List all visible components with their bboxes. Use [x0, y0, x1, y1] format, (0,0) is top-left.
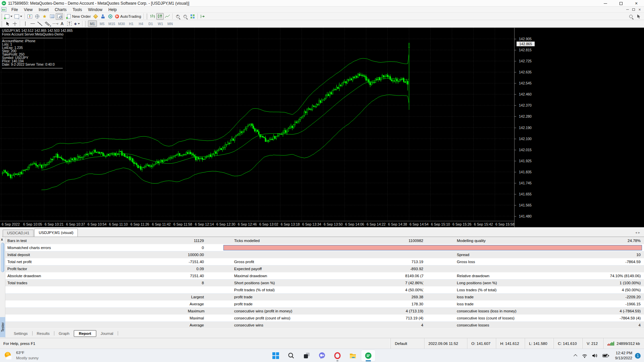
- timeframe-m5[interactable]: M5: [98, 20, 107, 27]
- chart-tab-usdjpy-m1-visual[interactable]: USDJPY,M1 (visual): [34, 229, 77, 237]
- timeframe-h4[interactable]: H4: [137, 20, 146, 27]
- zoom-out-button[interactable]: −: [181, 13, 189, 20]
- channel-button[interactable]: E: [44, 20, 51, 27]
- profiles-button[interactable]: [13, 13, 23, 20]
- price-label: 141.745: [519, 181, 532, 185]
- tester-tab-graph[interactable]: Graph: [54, 330, 74, 337]
- tester-tab-settings[interactable]: Settings: [9, 330, 32, 337]
- report-value: 1 (100.00%): [604, 281, 641, 285]
- zoom-in-button[interactable]: +: [174, 13, 181, 20]
- candlestick-chart[interactable]: 6 Sep 20226 Sep 10:056 Sep 10:216 Sep 10…: [0, 28, 514, 228]
- bar-chart-button[interactable]: [149, 13, 156, 20]
- tab-scroll-arrows[interactable]: ◂▸: [635, 231, 641, 234]
- terminal-icon: [50, 14, 54, 18]
- chart-tab-usdcad-h1[interactable]: USDCAD,H1: [3, 230, 34, 237]
- menu-window[interactable]: Window: [85, 7, 106, 12]
- notification-badge[interactable]: 1: [635, 353, 641, 359]
- autotrading-button[interactable]: AutoTrading: [114, 13, 142, 20]
- strategy-tester-button[interactable]: [56, 13, 63, 20]
- new-order-button[interactable]: New Order: [66, 13, 92, 20]
- timeframe-h1[interactable]: H1: [127, 20, 136, 27]
- menu-insert[interactable]: Insert: [36, 7, 52, 12]
- child-minimize-button[interactable]: [625, 7, 631, 12]
- text-button[interactable]: A: [58, 20, 66, 27]
- arrows-button[interactable]: ◆: [73, 20, 81, 27]
- minimize-button[interactable]: [598, 0, 613, 7]
- toolbar-grip[interactable]: [146, 14, 148, 19]
- timeframe-m30[interactable]: M30: [117, 20, 126, 27]
- timeframe-w1[interactable]: W1: [156, 20, 165, 27]
- child-close-button[interactable]: ×: [637, 7, 643, 12]
- taskbar-clock[interactable]: 12:42 PM 9/13/2022: [615, 351, 632, 361]
- line-chart-button[interactable]: [164, 13, 171, 20]
- crosshair-button[interactable]: [11, 20, 18, 27]
- taskbar-explorer-button[interactable]: [345, 350, 360, 362]
- data-window-button[interactable]: [34, 13, 41, 20]
- tile-windows-button[interactable]: [189, 13, 196, 20]
- taskbar-task-view-button[interactable]: [299, 350, 314, 362]
- timeframe-mn[interactable]: MN: [166, 20, 175, 27]
- news-button[interactable]: [107, 13, 114, 20]
- tester-tab-report[interactable]: Report: [74, 330, 96, 337]
- menu-help[interactable]: Help: [105, 7, 120, 12]
- taskbar-search-button[interactable]: [284, 350, 299, 362]
- toolbar-grip[interactable]: [1, 21, 2, 26]
- search-button[interactable]: [627, 13, 635, 20]
- menu-charts[interactable]: Charts: [52, 7, 69, 12]
- toolbar-grip[interactable]: [85, 21, 86, 26]
- timeframe-m1[interactable]: M1: [88, 20, 97, 27]
- tray-wifi-button[interactable]: [582, 354, 587, 358]
- horizontal-line-button[interactable]: [29, 20, 36, 27]
- status-profile[interactable]: Default: [390, 338, 424, 349]
- trendline-button[interactable]: [36, 20, 44, 27]
- menu-view[interactable]: View: [21, 7, 36, 12]
- expert-advisors-button[interactable]: [99, 13, 107, 20]
- restore-icon: [632, 8, 635, 11]
- navigator-button[interactable]: ★: [41, 13, 48, 20]
- standard-toolbar: ▲▼ ★ New Order AutoTrading + −: [0, 13, 644, 20]
- menu-file[interactable]: File: [8, 7, 21, 12]
- tester-tab-journal[interactable]: Journal: [96, 330, 118, 337]
- tray-chevron-button[interactable]: [575, 354, 577, 357]
- maximize-button[interactable]: [613, 0, 629, 7]
- tester-drag-handle[interactable]: [1, 243, 4, 272]
- price-axis[interactable]: 142.905142.815142.725142.635142.545142.4…: [514, 28, 644, 228]
- trendline-icon: [38, 22, 42, 26]
- tray-volume-button[interactable]: [592, 353, 598, 358]
- tester-tab-results[interactable]: Results: [33, 330, 54, 337]
- price-tick: [515, 105, 516, 106]
- chart-system-menu-icon[interactable]: [1, 7, 6, 12]
- taskbar-opera-button[interactable]: [330, 350, 345, 362]
- menu-tools[interactable]: Tools: [70, 7, 85, 12]
- market-watch-button[interactable]: ▲▼: [26, 13, 34, 20]
- toolbar-options-button[interactable]: [635, 13, 642, 20]
- fibonacci-button[interactable]: F: [51, 20, 58, 27]
- close-button[interactable]: ×: [629, 0, 644, 7]
- taskbar-metatrader-button[interactable]: [361, 350, 376, 362]
- vertical-line-button[interactable]: [21, 20, 29, 27]
- menu-bar: FileViewInsertChartsToolsWindowHelp ×: [0, 7, 644, 13]
- chart-shift-button[interactable]: [199, 13, 207, 20]
- new-chart-button[interactable]: [4, 13, 13, 20]
- price-tick: [515, 128, 516, 128]
- chart-area[interactable]: 6 Sep 20226 Sep 10:056 Sep 10:216 Sep 10…: [0, 27, 644, 227]
- timeframe-d1[interactable]: D1: [146, 20, 155, 27]
- cursor-button[interactable]: [4, 20, 11, 27]
- channel-icon: E: [45, 22, 50, 26]
- terminal-button[interactable]: [48, 13, 56, 20]
- metaeditor-button[interactable]: [92, 13, 99, 20]
- candlestick-chart-button[interactable]: [156, 13, 164, 20]
- svg-text:6 Sep 10:05: 6 Sep 10:05: [23, 222, 42, 226]
- text-label-button[interactable]: T: [66, 20, 73, 27]
- report-value: 4 (-7864.59): [604, 309, 641, 313]
- taskbar-chat-button[interactable]: [315, 350, 329, 362]
- taskbar-start-button[interactable]: [268, 350, 283, 362]
- taskbar-weather-widget[interactable]: 63°F Mostly sunny: [3, 350, 39, 361]
- minimize-icon: [604, 3, 607, 4]
- timeframe-m15[interactable]: M15: [107, 20, 116, 27]
- tray-battery-button[interactable]: [602, 354, 609, 358]
- report-label: Mismatched charts errors: [5, 246, 188, 250]
- toolbar-grip[interactable]: [1, 14, 2, 19]
- child-restore-button[interactable]: [631, 7, 637, 12]
- tester-close-button[interactable]: x: [1, 238, 3, 241]
